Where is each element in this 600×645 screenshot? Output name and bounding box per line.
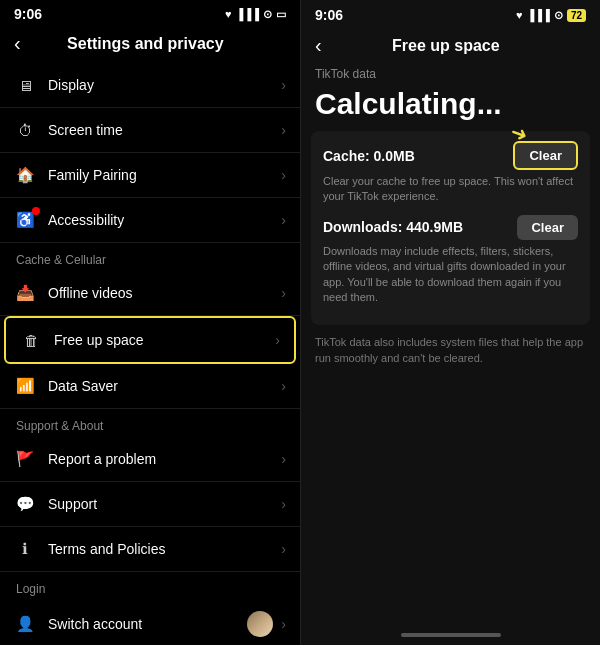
status-bar-left: 9:06 ♥ ▐▐▐ ⊙ ▭ [0, 0, 300, 26]
right-panel: 9:06 ♥ ▐▐▐ ⊙ 72 ‹ Free up space TikTok d… [301, 0, 600, 645]
free-up-section: Cache: 0.0MB ➜ Clear Clear your cache to… [311, 131, 590, 325]
tiktok-data-label: TikTok data [301, 61, 600, 83]
support-icon: 💬 [14, 493, 36, 515]
signal-icon-right: ▐▐▐ [526, 9, 549, 21]
terms-icon: ℹ [14, 538, 36, 560]
menu-label-terms: Terms and Policies [48, 541, 281, 557]
report-icon: 🚩 [14, 448, 36, 470]
section-support: Support & About [0, 409, 300, 437]
account-avatar [247, 611, 273, 637]
menu-item-free-up-space[interactable]: 🗑 Free up space › [4, 316, 296, 364]
back-button-left[interactable]: ‹ [14, 32, 21, 55]
menu-label-report: Report a problem [48, 451, 281, 467]
menu-label-switch-account: Switch account [48, 616, 247, 632]
left-header: ‹ Settings and privacy [0, 26, 300, 63]
menu-item-screentime[interactable]: ⏱ Screen time › [0, 108, 300, 153]
downloads-description: Downloads may include effects, filters, … [323, 244, 578, 306]
heart-icon-right: ♥ [516, 9, 523, 21]
menu-item-offline-videos[interactable]: 📥 Offline videos › [0, 271, 300, 316]
home-indicator-right [301, 625, 600, 645]
time-left: 9:06 [14, 6, 42, 22]
status-icons-left: ♥ ▐▐▐ ⊙ ▭ [225, 8, 286, 21]
back-button-right[interactable]: ‹ [315, 34, 322, 57]
chevron-accessibility: › [281, 212, 286, 228]
section-cache: Cache & Cellular [0, 243, 300, 271]
menu-label-offline-videos: Offline videos [48, 285, 281, 301]
chevron-free-up-space: › [275, 332, 280, 348]
section-login: Login [0, 572, 300, 600]
menu-item-report[interactable]: 🚩 Report a problem › [0, 437, 300, 482]
right-header-title: Free up space [330, 37, 562, 55]
status-bar-right: 9:06 ♥ ▐▐▐ ⊙ 72 [301, 0, 600, 28]
menu-label-familypairing: Family Pairing [48, 167, 281, 183]
menu-item-familypairing[interactable]: 🏠 Family Pairing › [0, 153, 300, 198]
menu-item-data-saver[interactable]: 📶 Data Saver › [0, 364, 300, 409]
downloads-row: Downloads: 440.9MB Clear [323, 215, 578, 240]
menu-item-accessibility[interactable]: ♿ Accessibility › [0, 198, 300, 243]
chevron-data-saver: › [281, 378, 286, 394]
chevron-display: › [281, 77, 286, 93]
menu-item-display[interactable]: 🖥 Display › [0, 63, 300, 108]
chevron-offline: › [281, 285, 286, 301]
chevron-support: › [281, 496, 286, 512]
menu-item-switch-account[interactable]: 👤 Switch account › [0, 600, 300, 645]
chevron-report: › [281, 451, 286, 467]
menu-label-screentime: Screen time [48, 122, 281, 138]
time-right: 9:06 [315, 7, 343, 23]
chevron-switch-account: › [281, 616, 286, 632]
battery-badge-right: 72 [567, 9, 586, 22]
cache-row: Cache: 0.0MB ➜ Clear [323, 141, 578, 170]
cache-description: Clear your cache to free up space. This … [323, 174, 578, 205]
battery-icon-left: ▭ [276, 8, 286, 21]
wifi-icon-right: ⊙ [554, 9, 563, 22]
system-note: TikTok data also includes system files t… [301, 325, 600, 376]
display-icon: 🖥 [14, 74, 36, 96]
status-icons-right: ♥ ▐▐▐ ⊙ 72 [516, 9, 586, 22]
right-header: ‹ Free up space [301, 28, 600, 61]
screentime-icon: ⏱ [14, 119, 36, 141]
menu-item-terms[interactable]: ℹ Terms and Policies › [0, 527, 300, 572]
chevron-screentime: › [281, 122, 286, 138]
data-saver-icon: 📶 [14, 375, 36, 397]
clear-cache-button[interactable]: Clear [513, 141, 578, 170]
menu-label-accessibility: Accessibility [48, 212, 281, 228]
offline-videos-icon: 📥 [14, 282, 36, 304]
left-panel: 9:06 ♥ ▐▐▐ ⊙ ▭ ‹ Settings and privacy 🖥 … [0, 0, 300, 645]
chevron-terms: › [281, 541, 286, 557]
calculating-title: Calculating... [301, 83, 600, 131]
switch-account-icon: 👤 [14, 613, 36, 635]
familypairing-icon: 🏠 [14, 164, 36, 186]
menu-label-free-up-space: Free up space [54, 332, 275, 348]
signal-icon-left: ▐▐▐ [236, 8, 259, 20]
wifi-icon-left: ⊙ [263, 8, 272, 21]
menu-item-support[interactable]: 💬 Support › [0, 482, 300, 527]
menu-label-support: Support [48, 496, 281, 512]
clear-downloads-button[interactable]: Clear [517, 215, 578, 240]
left-header-title: Settings and privacy [29, 35, 262, 53]
heart-icon-left: ♥ [225, 8, 232, 20]
clear-cache-container: ➜ Clear [513, 141, 578, 170]
accessibility-badge [32, 207, 40, 215]
menu-label-data-saver: Data Saver [48, 378, 281, 394]
cache-label: Cache: 0.0MB [323, 148, 415, 164]
menu-label-display: Display [48, 77, 281, 93]
home-bar-right [401, 633, 501, 637]
free-up-space-icon: 🗑 [20, 329, 42, 351]
chevron-familypairing: › [281, 167, 286, 183]
downloads-label: Downloads: 440.9MB [323, 219, 463, 235]
